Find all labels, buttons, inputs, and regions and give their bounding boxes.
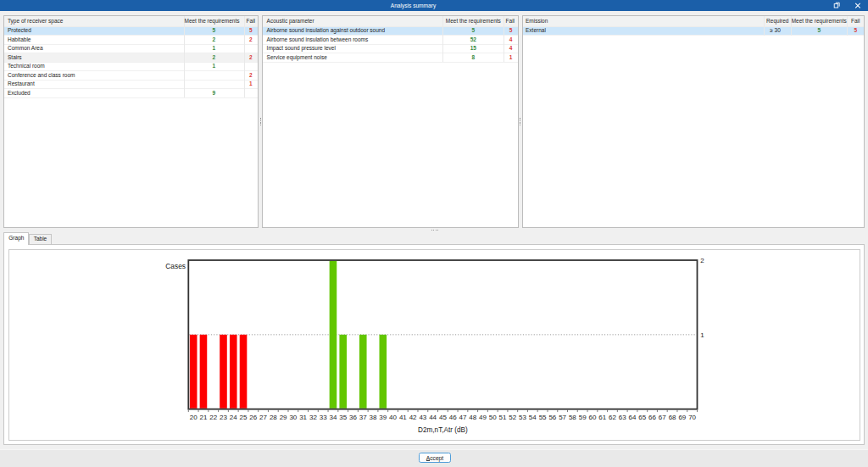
svg-text:50: 50 [489, 414, 497, 421]
svg-text:41: 41 [399, 414, 407, 421]
svg-text:38: 38 [370, 414, 377, 421]
svg-text:28: 28 [270, 414, 277, 421]
svg-text:2: 2 [700, 257, 704, 264]
svg-text:36: 36 [349, 414, 357, 421]
svg-text:62: 62 [609, 414, 616, 421]
svg-text:37: 37 [359, 414, 367, 421]
svg-text:27: 27 [259, 414, 267, 421]
svg-text:20: 20 [190, 414, 198, 421]
svg-text:26: 26 [249, 414, 257, 421]
svg-text:66: 66 [648, 414, 656, 421]
svg-text:40: 40 [389, 414, 397, 421]
svg-text:32: 32 [309, 414, 317, 421]
svg-text:42: 42 [409, 414, 417, 421]
svg-text:67: 67 [659, 414, 666, 421]
svg-text:60: 60 [588, 414, 596, 421]
svg-text:59: 59 [579, 414, 587, 421]
svg-text:48: 48 [469, 414, 476, 421]
svg-text:1: 1 [700, 331, 704, 339]
svg-text:43: 43 [419, 414, 426, 421]
svg-text:69: 69 [678, 414, 686, 421]
svg-text:44: 44 [429, 414, 437, 421]
svg-text:31: 31 [299, 414, 307, 421]
svg-text:53: 53 [519, 414, 526, 421]
svg-text:58: 58 [569, 414, 576, 421]
svg-text:54: 54 [529, 414, 537, 421]
svg-text:D2m,nT,Atr (dB): D2m,nT,Atr (dB) [418, 426, 468, 434]
svg-text:57: 57 [559, 414, 566, 421]
svg-text:33: 33 [320, 414, 327, 421]
svg-text:63: 63 [619, 414, 626, 421]
svg-text:39: 39 [379, 414, 387, 421]
svg-text:25: 25 [240, 414, 248, 421]
svg-text:61: 61 [598, 414, 606, 421]
svg-text:49: 49 [479, 414, 487, 421]
svg-text:29: 29 [280, 414, 287, 421]
svg-text:34: 34 [329, 414, 337, 421]
svg-text:46: 46 [449, 414, 457, 421]
svg-text:68: 68 [669, 414, 676, 421]
svg-text:52: 52 [509, 414, 516, 421]
svg-text:23: 23 [220, 414, 227, 421]
svg-text:47: 47 [459, 414, 466, 421]
svg-text:56: 56 [548, 414, 556, 421]
svg-text:51: 51 [499, 414, 507, 421]
svg-text:64: 64 [629, 414, 637, 421]
svg-text:55: 55 [539, 414, 547, 421]
svg-text:30: 30 [289, 414, 297, 421]
svg-text:Cases: Cases [165, 262, 186, 270]
svg-text:24: 24 [230, 414, 237, 421]
svg-text:65: 65 [638, 414, 646, 421]
svg-text:22: 22 [209, 414, 217, 421]
svg-text:45: 45 [439, 414, 447, 421]
svg-text:70: 70 [688, 414, 696, 421]
svg-text:35: 35 [339, 414, 347, 421]
svg-text:21: 21 [199, 414, 207, 421]
